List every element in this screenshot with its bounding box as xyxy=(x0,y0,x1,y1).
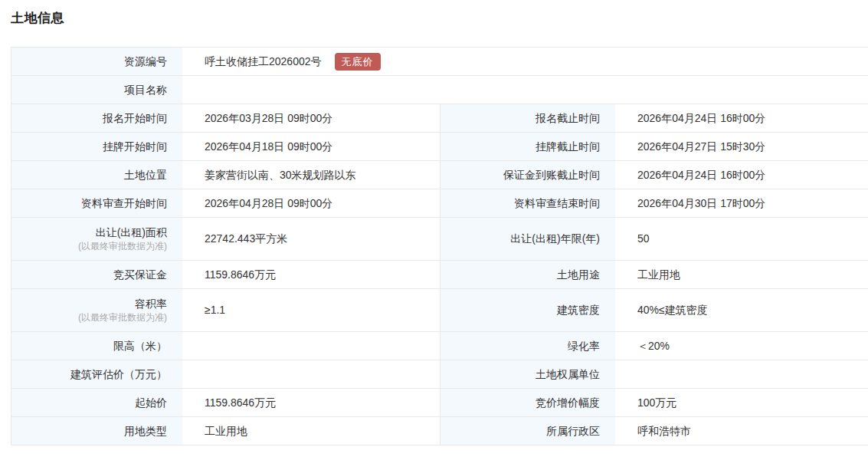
field-value: 50 xyxy=(615,218,868,260)
field-label: 竞买保证金 xyxy=(11,261,182,288)
field-label-text: 土地位置 xyxy=(124,167,167,182)
field-label-text: 起始价 xyxy=(135,395,167,410)
table-row: 竞买保证金 1159.8646万元 土地用途 工业用地 xyxy=(11,261,868,289)
field-label: 建筑密度 xyxy=(441,289,615,331)
field-label: 挂牌开始时间 xyxy=(11,133,182,160)
field-label-resource-number: 资源编号 xyxy=(11,48,182,75)
field-label: 报名开始时间 xyxy=(11,104,182,132)
field-value: 1159.8646万元 xyxy=(182,389,441,416)
table-row: 资源编号 呼土收储挂工2026002号 无底价 xyxy=(11,48,868,76)
field-label: 用地类型 xyxy=(11,417,182,445)
field-label-text: 竞买保证金 xyxy=(113,267,167,282)
field-value: 100万元 xyxy=(615,389,868,416)
table-row: 项目名称 xyxy=(11,76,868,104)
field-label: 出让(出租)面积 (以最终审批数据为准) xyxy=(11,218,182,260)
field-label-text: 建筑密度 xyxy=(557,302,600,317)
field-label: 土地用途 xyxy=(441,261,615,288)
field-value: 2026年04月18日 09时00分 xyxy=(182,133,441,160)
field-value xyxy=(182,332,441,360)
field-label: 起始价 xyxy=(11,389,182,416)
field-label: 出让(出租)年限(年) xyxy=(441,218,615,260)
field-value: 2026年04月24日 16时00分 xyxy=(615,161,868,189)
field-label: 挂牌截止时间 xyxy=(441,133,615,160)
field-value: 2026年04月28日 09时00分 xyxy=(182,189,441,217)
field-value: 2026年03月28日 09时00分 xyxy=(182,104,441,132)
field-label: 报名截止时间 xyxy=(441,104,615,132)
field-value: 2026年04月27日 15时30分 xyxy=(615,133,868,160)
field-label: 容积率 (以最终审批数据为准) xyxy=(11,289,182,331)
field-label-text: 保证金到账截止时间 xyxy=(503,167,600,182)
field-label-project-name: 项目名称 xyxy=(11,76,182,104)
land-info-page: 土地信息 资源编号 呼土收储挂工2026002号 无底价 项目名称 报名开始时间… xyxy=(0,0,868,445)
field-label-text: 资料审查结束时间 xyxy=(514,196,600,211)
field-label: 资料审查结束时间 xyxy=(441,189,615,217)
table-row: 出让(出租)面积 (以最终审批数据为准) 22742.443平方米 出让(出租)… xyxy=(11,218,868,261)
field-label: 所属行政区 xyxy=(441,417,615,445)
field-label-text: 容积率 xyxy=(135,296,167,311)
field-value: ≥1.1 xyxy=(182,289,441,331)
field-label: 绿化率 xyxy=(441,332,615,360)
field-label-text: 项目名称 xyxy=(124,82,167,97)
field-value: 2026年04月24日 16时00分 xyxy=(615,104,868,132)
field-label-text: 土地权属单位 xyxy=(536,367,600,382)
field-label-text: 挂牌截止时间 xyxy=(536,139,600,154)
field-value: ＜20% xyxy=(615,332,868,360)
field-label-text: 所属行政区 xyxy=(546,423,600,439)
field-label-text: 土地用途 xyxy=(557,267,600,282)
field-label-text: 出让(出租)面积 xyxy=(96,225,167,240)
field-value: 2026年04月30日 17时00分 xyxy=(615,189,868,217)
field-value: 姜家营街以南、30米规划路以东 xyxy=(182,161,441,189)
field-value xyxy=(615,360,868,388)
field-label: 保证金到账截止时间 xyxy=(441,161,615,189)
field-label: 建筑评估价（万元） xyxy=(11,360,182,388)
field-label-text: 报名开始时间 xyxy=(103,110,167,126)
field-label: 资料审查开始时间 xyxy=(11,189,182,217)
resource-number-value: 呼土收储挂工2026002号 xyxy=(205,54,322,69)
field-label: 限高（米） xyxy=(11,332,182,360)
table-row: 报名开始时间 2026年03月28日 09时00分 报名截止时间 2026年04… xyxy=(11,104,868,133)
table-row: 限高（米） 绿化率 ＜20% xyxy=(11,332,868,360)
field-label: 土地位置 xyxy=(11,161,182,189)
field-label: 竞价增价幅度 xyxy=(441,389,615,416)
field-label-text: 挂牌开始时间 xyxy=(103,139,167,154)
field-label-text: 建筑评估价（万元） xyxy=(70,367,167,382)
field-value: 40%≤建筑密度 xyxy=(615,289,868,331)
table-row: 容积率 (以最终审批数据为准) ≥1.1 建筑密度 40%≤建筑密度 xyxy=(11,289,868,332)
page-title: 土地信息 xyxy=(11,9,868,27)
field-value: 工业用地 xyxy=(615,261,868,288)
field-sublabel-text: (以最终审批数据为准) xyxy=(78,311,167,324)
field-label-text: 资源编号 xyxy=(124,54,167,69)
table-row: 挂牌开始时间 2026年04月18日 09时00分 挂牌截止时间 2026年04… xyxy=(11,133,868,161)
field-label-text: 竞价增价幅度 xyxy=(536,395,600,410)
field-label-text: 绿化率 xyxy=(568,338,600,353)
table-row: 建筑评估价（万元） 土地权属单位 xyxy=(11,360,868,389)
table-row: 用地类型 工业用地 所属行政区 呼和浩特市 xyxy=(11,417,868,445)
field-value: 22742.443平方米 xyxy=(182,218,441,260)
table-row: 土地位置 姜家营街以南、30米规划路以东 保证金到账截止时间 2026年04月2… xyxy=(11,161,868,189)
field-label-text: 出让(出租)年限(年) xyxy=(510,231,600,246)
no-reserve-price-badge: 无底价 xyxy=(335,53,381,71)
field-value-resource-number: 呼土收储挂工2026002号 无底价 xyxy=(182,48,868,75)
table-row: 资料审查开始时间 2026年04月28日 09时00分 资料审查结束时间 202… xyxy=(11,189,868,218)
field-label-text: 报名截止时间 xyxy=(536,110,600,126)
field-label-text: 用地类型 xyxy=(124,423,167,439)
field-value: 1159.8646万元 xyxy=(182,261,441,288)
field-value xyxy=(182,360,441,388)
field-sublabel-text: (以最终审批数据为准) xyxy=(78,240,167,253)
land-info-table: 资源编号 呼土收储挂工2026002号 无底价 项目名称 报名开始时间 2026… xyxy=(11,47,868,445)
field-label-text: 限高（米） xyxy=(113,338,167,353)
field-label-text: 资料审查开始时间 xyxy=(81,196,167,211)
field-value: 工业用地 xyxy=(182,417,441,445)
table-row: 起始价 1159.8646万元 竞价增价幅度 100万元 xyxy=(11,389,868,417)
field-label: 土地权属单位 xyxy=(441,360,615,388)
field-value-project-name xyxy=(182,76,868,104)
field-value: 呼和浩特市 xyxy=(615,417,868,445)
